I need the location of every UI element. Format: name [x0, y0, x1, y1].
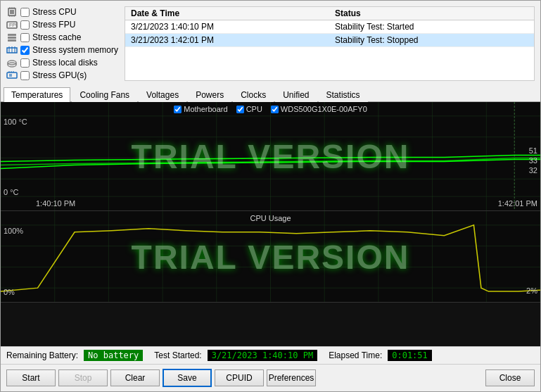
- cpu-value-right: 2%: [526, 286, 537, 295]
- stress-disks-label: Stress local disks: [32, 58, 98, 68]
- tabs-bar: Temperatures Cooling Fans Voltages Power…: [1, 87, 540, 102]
- memory-icon: [6, 44, 18, 56]
- tab-voltages[interactable]: Voltages: [139, 87, 186, 102]
- stress-gpu-checkbox[interactable]: [20, 71, 30, 80]
- test-started-value: 3/21/2023 1:40:10 PM: [208, 350, 318, 361]
- preferences-button[interactable]: Preferences: [267, 369, 316, 386]
- legend-drive-cb[interactable]: [271, 106, 279, 113]
- legend-drive: WDS500G1X0E-00AFY0: [271, 105, 367, 113]
- temp-val-3: 32: [529, 165, 537, 175]
- tab-statistics[interactable]: Statistics: [319, 87, 368, 102]
- close-button[interactable]: Close: [485, 369, 535, 386]
- tab-unified[interactable]: Unified: [275, 87, 317, 102]
- stress-fpu-label: Stress FPU: [32, 20, 75, 30]
- log-table: Date & Time Status 3/21/2023 1:40:10 PM …: [125, 6, 535, 81]
- cpu-chart-svg: [1, 211, 540, 302]
- stress-gpu-label: Stress GPU(s): [32, 70, 87, 80]
- top-section: Stress CPU FPU Stress FPU Stress cache: [1, 1, 540, 87]
- svg-text:FPU: FPU: [9, 23, 18, 27]
- log-header-status: Status: [329, 7, 534, 20]
- svg-rect-11: [8, 37, 16, 39]
- log-row-1[interactable]: 3/21/2023 1:40:10 PM Stability Test: Sta…: [125, 20, 534, 34]
- battery-value: No battery: [84, 350, 143, 361]
- svg-rect-1: [10, 10, 14, 14]
- bottom-bar: Start Stop Clear Save CPUID Preferences …: [1, 364, 540, 391]
- cpu-y-bottom: 0%: [4, 288, 15, 296]
- stress-cache-option: Stress cache: [6, 32, 119, 43]
- tab-cooling[interactable]: Cooling Fans: [72, 87, 137, 102]
- tab-clocks[interactable]: Clocks: [233, 87, 274, 102]
- stress-gpu-option: Stress GPU(s): [6, 70, 119, 81]
- stress-fpu-option: FPU Stress FPU: [6, 19, 119, 30]
- log-status-1: Stability Test: Started: [329, 20, 534, 34]
- log-datetime-1: 3/21/2023 1:40:10 PM: [125, 20, 329, 34]
- temp-x-right: 1:42:01 PM: [498, 199, 537, 208]
- legend-cpu-label: CPU: [246, 105, 262, 113]
- stress-cpu-option: Stress CPU: [6, 6, 119, 18]
- cpuid-button[interactable]: CPUID: [215, 369, 264, 386]
- temp-chart-svg: [1, 102, 540, 210]
- cache-icon: [6, 32, 18, 43]
- legend-motherboard-label: Motherboard: [184, 105, 227, 113]
- svg-rect-10: [8, 34, 16, 36]
- legend-motherboard: Motherboard: [174, 105, 227, 113]
- stop-button[interactable]: Stop: [58, 369, 108, 386]
- cpu-y-top: 100%: [4, 227, 23, 235]
- stress-disks-option: Stress local disks: [6, 57, 119, 68]
- legend-cpu: CPU: [236, 105, 262, 113]
- temp-y-bottom: 0 °C: [4, 188, 19, 196]
- temp-values-right: 51 33 32: [529, 146, 537, 176]
- legend-drive-label: WDS500G1X0E-00AFY0: [281, 105, 367, 113]
- temp-chart-legend: Motherboard CPU WDS500G1X0E-00AFY0: [1, 105, 540, 113]
- fpu-icon: FPU: [6, 19, 18, 30]
- test-started-label: Test Started:: [154, 350, 201, 360]
- temp-y-top: 100 °C: [4, 118, 27, 126]
- cpu-chart-title: CPU Usage: [250, 214, 291, 222]
- elapsed-label: Elapsed Time:: [329, 350, 382, 360]
- stress-cpu-checkbox[interactable]: [20, 8, 30, 17]
- disk-icon: [6, 57, 18, 68]
- clear-button[interactable]: Clear: [110, 369, 160, 386]
- legend-motherboard-cb[interactable]: [174, 106, 182, 113]
- elapsed-value: 0:01:51: [388, 350, 432, 361]
- cpu-chart: CPU Usage TRIAL VERSION 100% 0% 2%: [1, 211, 540, 303]
- log-datetime-2: 3/21/2023 1:42:01 PM: [125, 34, 329, 47]
- tab-powers[interactable]: Powers: [188, 87, 231, 102]
- temp-chart: Motherboard CPU WDS500G1X0E-00AFY0 TRIAL…: [1, 102, 540, 211]
- main-window: Stress CPU FPU Stress FPU Stress cache: [0, 0, 541, 392]
- stress-fpu-checkbox[interactable]: [20, 20, 30, 30]
- stress-memory-label: Stress system memory: [32, 45, 118, 55]
- log-status-2: Stability Test: Stopped: [329, 34, 534, 47]
- svg-rect-16: [14, 48, 15, 53]
- svg-rect-15: [11, 48, 13, 53]
- stress-memory-checkbox[interactable]: [20, 46, 30, 55]
- temp-val-1: 51: [529, 146, 537, 156]
- log-header-datetime: Date & Time: [125, 7, 329, 20]
- stress-options: Stress CPU FPU Stress FPU Stress cache: [6, 6, 119, 81]
- stress-cache-label: Stress cache: [32, 32, 81, 42]
- temp-val-2: 33: [529, 156, 537, 165]
- stress-cache-checkbox[interactable]: [20, 33, 30, 42]
- svg-rect-25: [9, 74, 12, 77]
- save-button[interactable]: Save: [163, 369, 212, 387]
- charts-area: Motherboard CPU WDS500G1X0E-00AFY0 TRIAL…: [1, 102, 540, 346]
- svg-rect-12: [8, 39, 16, 42]
- legend-cpu-cb[interactable]: [236, 106, 244, 113]
- svg-rect-14: [8, 48, 10, 53]
- temp-x-left: 1:40:10 PM: [36, 199, 75, 208]
- stress-disks-checkbox[interactable]: [20, 58, 30, 68]
- status-bar: Remaining Battery: No battery Test Start…: [1, 346, 540, 364]
- start-button[interactable]: Start: [6, 369, 56, 386]
- log-row-2[interactable]: 3/21/2023 1:42:01 PM Stability Test: Sto…: [125, 34, 534, 47]
- stress-cpu-label: Stress CPU: [32, 7, 77, 17]
- cpu-icon: [6, 6, 18, 18]
- battery-label: Remaining Battery:: [6, 350, 78, 360]
- tab-temperatures[interactable]: Temperatures: [4, 87, 70, 102]
- stress-memory-option: Stress system memory: [6, 44, 119, 56]
- gpu-icon: [6, 70, 18, 81]
